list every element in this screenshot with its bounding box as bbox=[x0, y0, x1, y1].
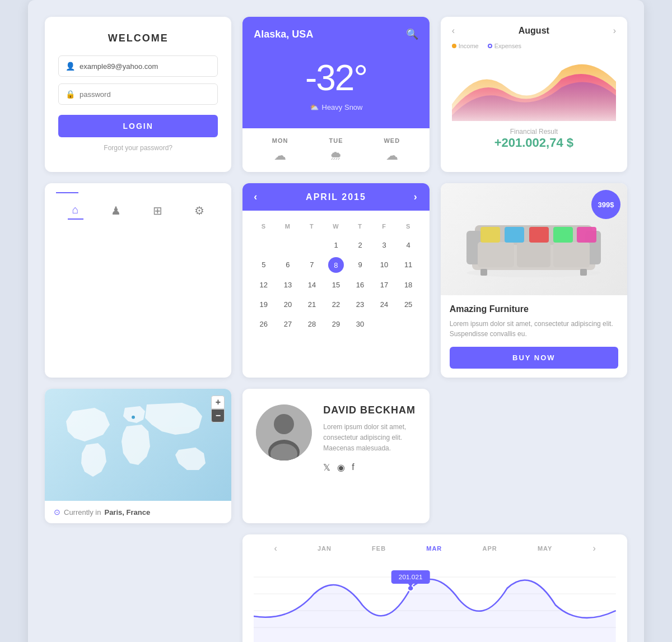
calendar-next-button[interactable]: › bbox=[414, 191, 418, 203]
chart-months-nav: ‹ JAN FEB MAR APR MAY › bbox=[254, 543, 616, 553]
svg-rect-12 bbox=[577, 227, 596, 243]
forgot-password-link[interactable]: Forgot your password? bbox=[58, 144, 218, 152]
calendar-week-4: 19 20 21 22 23 24 25 bbox=[251, 297, 420, 312]
cal-day-20[interactable]: 20 bbox=[276, 297, 300, 312]
calendar-prev-button[interactable]: ‹ bbox=[254, 191, 258, 203]
nav-gallery[interactable]: ⊞ bbox=[148, 202, 167, 220]
nav-profile[interactable]: ♟ bbox=[106, 202, 125, 220]
svg-rect-8 bbox=[480, 227, 500, 243]
svg-rect-14 bbox=[580, 269, 587, 276]
world-map-svg bbox=[54, 398, 222, 492]
cal-day-18[interactable]: 18 bbox=[396, 277, 421, 292]
cal-day-16[interactable]: 16 bbox=[348, 277, 372, 292]
nav-settings[interactable]: ⚙ bbox=[190, 202, 209, 220]
svg-point-15 bbox=[131, 415, 135, 419]
chart-month-may[interactable]: MAY bbox=[538, 545, 552, 552]
finance-month: August bbox=[519, 26, 549, 36]
cal-day-12[interactable]: 12 bbox=[251, 277, 276, 292]
cal-day-23[interactable]: 23 bbox=[348, 297, 372, 312]
map-footer: ⊙ Currently in Paris, France bbox=[45, 501, 231, 523]
twitter-icon[interactable]: 𝕏 bbox=[323, 462, 330, 473]
password-field[interactable] bbox=[80, 90, 211, 99]
cal-day-29[interactable]: 29 bbox=[324, 317, 348, 332]
cal-day-30[interactable]: 30 bbox=[348, 317, 372, 332]
cal-day-8-today[interactable]: 8 bbox=[328, 257, 344, 273]
cal-day-14[interactable]: 14 bbox=[300, 277, 324, 292]
cal-day-6[interactable]: 6 bbox=[276, 257, 300, 273]
weather-description: ⛅ Heavy Snow bbox=[254, 103, 418, 111]
login-card: WELCOME 👤 🔒 LOGIN Forgot your password? bbox=[45, 17, 231, 172]
cal-day-17[interactable]: 17 bbox=[372, 277, 396, 292]
day-m: M bbox=[276, 220, 300, 233]
calendar-week-2: 5 6 7 8 9 10 11 bbox=[251, 257, 420, 273]
forecast-tue-label: TUE bbox=[329, 137, 343, 144]
furniture-price-badge: 399$ bbox=[591, 190, 620, 219]
chart-month-mar[interactable]: MAR bbox=[426, 545, 442, 552]
cal-day-19[interactable]: 19 bbox=[251, 297, 276, 312]
profile-info: DAVID BECKHAM Lorem ipsum dolor sit amet… bbox=[323, 404, 416, 473]
buy-now-button[interactable]: BUY NOW bbox=[450, 347, 618, 369]
cal-day-10[interactable]: 10 bbox=[372, 257, 396, 273]
forecast-wed-icon: ☁ bbox=[384, 148, 400, 163]
finance-header: ‹ August › bbox=[452, 26, 616, 36]
facebook-icon[interactable]: f bbox=[352, 462, 354, 473]
email-field[interactable] bbox=[80, 62, 211, 71]
cal-day-7[interactable]: 7 bbox=[300, 257, 324, 273]
cal-day-28[interactable]: 28 bbox=[300, 317, 324, 332]
forecast-tue: TUE 🌧 bbox=[329, 137, 343, 163]
cal-day-9[interactable]: 9 bbox=[348, 257, 372, 273]
calendar-week-1: 1 2 3 4 bbox=[251, 238, 420, 253]
finance-prev-button[interactable]: ‹ bbox=[452, 26, 455, 36]
finance-next-button[interactable]: › bbox=[613, 26, 616, 36]
chart-month-feb[interactable]: FEB bbox=[372, 545, 386, 552]
chart-month-apr[interactable]: APR bbox=[483, 545, 497, 552]
cal-day-21[interactable]: 21 bbox=[300, 297, 324, 312]
cal-day-4[interactable]: 4 bbox=[396, 238, 421, 253]
expenses-legend: Expenses bbox=[488, 43, 521, 49]
user-icon: 👤 bbox=[66, 62, 75, 71]
day-f: F bbox=[372, 220, 396, 233]
weather-city: Alaska, USA bbox=[254, 29, 313, 40]
calendar-card: ‹ APRIL 2015 › S M T W T F S bbox=[242, 183, 429, 378]
svg-rect-5 bbox=[478, 242, 514, 267]
cal-day-2[interactable]: 2 bbox=[348, 238, 372, 253]
forecast-tue-icon: 🌧 bbox=[329, 148, 343, 163]
weather-card: Alaska, USA 🔍 -32° ⛅ Heavy Snow MON ☁ TU… bbox=[242, 17, 429, 172]
profile-name: DAVID BECKHAM bbox=[323, 404, 416, 416]
chart-next-button[interactable]: › bbox=[593, 543, 596, 553]
cal-day-15[interactable]: 15 bbox=[324, 277, 348, 292]
calendar-header: ‹ APRIL 2015 › bbox=[242, 183, 429, 211]
cal-day-1[interactable]: 1 bbox=[324, 238, 348, 253]
svg-rect-6 bbox=[517, 242, 550, 267]
cal-day-22[interactable]: 22 bbox=[324, 297, 348, 312]
search-icon[interactable]: 🔍 bbox=[406, 28, 418, 40]
cloud-snow-icon: ⛅ bbox=[310, 103, 319, 111]
cal-day-13[interactable]: 13 bbox=[276, 277, 300, 292]
calendar-week-3: 12 13 14 15 16 17 18 bbox=[251, 277, 420, 292]
cal-day-25[interactable]: 25 bbox=[396, 297, 421, 312]
cal-day-27[interactable]: 27 bbox=[276, 317, 300, 332]
weather-top: Alaska, USA 🔍 -32° ⛅ Heavy Snow bbox=[242, 17, 429, 128]
cal-empty bbox=[251, 238, 276, 253]
cal-day-11[interactable]: 11 bbox=[396, 257, 421, 273]
furniture-title: Amazing Furniture bbox=[450, 304, 618, 314]
profile-bio: Lorem ipsum dolor sit amet, consectetur … bbox=[323, 422, 416, 454]
cal-day-5[interactable]: 5 bbox=[251, 257, 276, 273]
lock-icon: 🔒 bbox=[66, 90, 75, 99]
email-input-group: 👤 bbox=[58, 55, 218, 77]
social-icons: 𝕏 ◉ f bbox=[323, 462, 416, 473]
calendar-week-5: 26 27 28 29 30 bbox=[251, 317, 420, 332]
cal-day-26[interactable]: 26 bbox=[251, 317, 276, 332]
chart-prev-button[interactable]: ‹ bbox=[274, 543, 277, 553]
svg-rect-9 bbox=[505, 227, 524, 243]
cal-day-24[interactable]: 24 bbox=[372, 297, 396, 312]
instagram-icon[interactable]: ◉ bbox=[337, 462, 345, 473]
avatar-image bbox=[256, 404, 312, 460]
cal-day-3[interactable]: 3 bbox=[372, 238, 396, 253]
login-button[interactable]: LOGIN bbox=[58, 115, 218, 137]
nav-home[interactable]: ⌂ bbox=[68, 201, 83, 220]
profile-avatar bbox=[256, 404, 312, 460]
chart-month-jan[interactable]: JAN bbox=[318, 545, 332, 552]
map-content: + − bbox=[45, 389, 231, 501]
finance-legend: Income Expenses bbox=[452, 43, 616, 49]
